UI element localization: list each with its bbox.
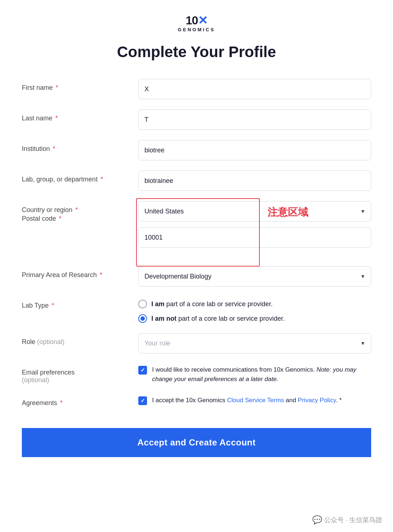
email-preferences-checkbox[interactable]: ✓: [138, 366, 147, 375]
email-preferences-text: I would like to receive communications f…: [152, 365, 371, 384]
lab-group-label: Lab, group, or department *: [22, 171, 138, 183]
last-name-row: Last name *: [22, 109, 371, 130]
email-preferences-row: Email preferences (optional) ✓ I would l…: [22, 364, 371, 384]
postal-code-input[interactable]: [138, 227, 371, 248]
country-region-label: Country or region *: [22, 201, 138, 214]
lab-type-field: I am part of a core lab or service provi…: [138, 297, 371, 323]
institution-label: Institution *: [22, 140, 138, 153]
first-name-label: First name *: [22, 79, 138, 92]
radio-circle-core: [138, 300, 147, 308]
primary-area-label: Primary Area of Research *: [22, 266, 138, 279]
agreements-text: I accept the 10x Genomics Cloud Service …: [152, 396, 342, 405]
agreements-check-icon: ✓: [140, 397, 145, 404]
radio-circle-not-core: [138, 314, 147, 323]
lab-type-option-core[interactable]: I am part of a core lab or service provi…: [138, 300, 371, 308]
agreements-field: ✓ I accept the 10x Genomics Cloud Servic…: [138, 394, 371, 405]
email-preferences-label: Email preferences (optional): [22, 364, 138, 384]
primary-area-row: Primary Area of Research * Developmental…: [22, 266, 371, 287]
agreements-checkbox-group: ✓ I accept the 10x Genomics Cloud Servic…: [138, 394, 371, 405]
lab-group-field: [138, 171, 371, 191]
watermark: 💬 公众号 · 生信菜鸟团: [312, 515, 382, 525]
page-container: 10✕ GENOMICS Complete Your Profile First…: [0, 0, 393, 532]
postal-code-group: [138, 227, 371, 248]
agreements-checkbox[interactable]: ✓: [138, 396, 147, 405]
institution-input[interactable]: [138, 140, 371, 160]
first-name-row: First name *: [22, 79, 371, 99]
role-label: Role (optional): [22, 333, 138, 346]
email-preferences-check-icon: ✓: [140, 367, 145, 373]
agreements-label: Agreements *: [22, 394, 138, 407]
page-title: Complete Your Profile: [22, 43, 371, 61]
country-select-wrapper: United States China United Kingdom ▼: [138, 201, 371, 221]
last-name-field: [138, 109, 371, 130]
logo-mark: 10✕: [186, 15, 207, 26]
radio-inner-not-core: [140, 316, 145, 321]
country-select[interactable]: United States China United Kingdom: [138, 201, 371, 221]
role-field: Your role Researcher Student Industry ▼: [138, 333, 371, 353]
lab-type-row: Lab Type * I am part of a core lab or se…: [22, 297, 371, 323]
lab-type-label: Lab Type *: [22, 297, 138, 309]
primary-area-field: Developmental Biology Genomics Oncology …: [138, 266, 371, 287]
country-region-row: Country or region * 注意区域 United States C…: [22, 201, 371, 248]
privacy-policy-link[interactable]: Privacy Policy: [298, 397, 336, 404]
institution-field: [138, 140, 371, 160]
agreements-row: Agreements * ✓ I accept the 10x Genomics…: [22, 394, 371, 407]
primary-area-select[interactable]: Developmental Biology Genomics Oncology: [138, 266, 371, 287]
last-name-input[interactable]: [138, 109, 371, 130]
logo-genomics-text: GENOMICS: [178, 27, 215, 32]
lab-group-input[interactable]: [138, 171, 371, 191]
first-name-field: [138, 79, 371, 99]
logo-10: 10: [186, 14, 198, 27]
lab-type-radio-group: I am part of a core lab or service provi…: [138, 297, 371, 323]
lab-type-option-not-core[interactable]: I am not part of a core lab or service p…: [138, 314, 371, 323]
primary-area-select-wrapper: Developmental Biology Genomics Oncology …: [138, 266, 371, 287]
submit-button[interactable]: Accept and Create Account: [22, 428, 371, 457]
first-name-input[interactable]: [138, 79, 371, 99]
attention-label: 注意区域: [267, 205, 308, 219]
institution-row: Institution *: [22, 140, 371, 160]
logo-x: ✕: [198, 15, 207, 26]
country-field: 注意区域 United States China United Kingdom …: [138, 201, 371, 248]
email-preferences-field: ✓ I would like to receive communications…: [138, 364, 371, 384]
email-preferences-checkbox-group: ✓ I would like to receive communications…: [138, 364, 371, 384]
wechat-icon: 💬: [312, 515, 322, 525]
role-select-wrapper: Your role Researcher Student Industry ▼: [138, 333, 371, 353]
profile-form: First name * Last name * Institution *: [22, 79, 371, 407]
logo-area: 10✕ GENOMICS: [22, 15, 371, 32]
role-select[interactable]: Your role Researcher Student Industry: [138, 333, 371, 353]
cloud-service-terms-link[interactable]: Cloud Service Terms: [227, 397, 284, 404]
role-row: Role (optional) Your role Researcher Stu…: [22, 333, 371, 353]
last-name-label: Last name *: [22, 109, 138, 122]
